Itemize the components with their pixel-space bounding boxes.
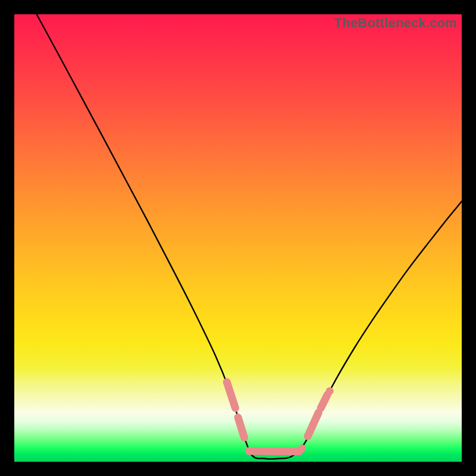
curve-markers: [227, 382, 334, 452]
marker-segment: [321, 394, 327, 408]
marker-segment: [239, 419, 245, 438]
marker-dot: [298, 444, 306, 452]
chart-svg: [14, 14, 462, 462]
chart-plot-area: TheBottleneck.com: [14, 14, 462, 462]
marker-segment: [249, 451, 299, 452]
marker-segment: [308, 412, 318, 436]
chart-frame: TheBottleneck.com: [0, 0, 476, 476]
marker-dot: [234, 414, 242, 421]
curve-path: [37, 14, 462, 459]
marker-segment: [227, 382, 235, 408]
marker-dot: [326, 387, 334, 395]
